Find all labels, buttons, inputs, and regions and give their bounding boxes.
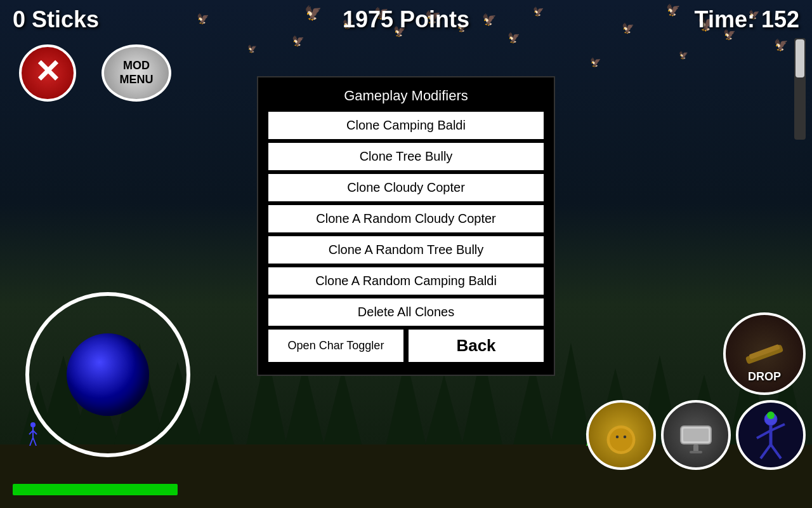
close-icon: ✕	[34, 56, 61, 88]
delete-all-clones-button[interactable]: Delete All Clones	[268, 298, 544, 326]
drop-label: DROP	[748, 370, 781, 384]
modal-title: Gameplay Modifiers	[268, 88, 544, 104]
svg-line-35	[771, 444, 781, 458]
mod-menu-button[interactable]: MODMENU	[102, 44, 171, 102]
svg-rect-29	[690, 451, 702, 453]
health-bar	[13, 484, 178, 495]
drop-item-icon	[739, 331, 790, 376]
gameplay-modifiers-modal: Gameplay Modifiers Clone Camping Baldi C…	[257, 76, 555, 376]
right-ui-area: DROP	[586, 312, 806, 470]
clone-cloudy-copter-button[interactable]: Clone Cloudy Copter	[268, 174, 544, 201]
hud-time: Time: 152	[695, 6, 799, 33]
clone-tree-bully-button[interactable]: Clone Tree Bully	[268, 143, 544, 170]
person-icon	[745, 406, 796, 464]
scrollbar[interactable]	[794, 38, 806, 140]
clone-random-camping-baldi-button[interactable]: Clone A Random Camping Baldi	[268, 267, 544, 295]
right-bottom-row	[586, 400, 806, 470]
svg-point-36	[767, 411, 775, 419]
joystick-area[interactable]	[25, 292, 190, 457]
clone-random-tree-bully-button[interactable]: Clone A Random Tree Bully	[268, 236, 544, 264]
hud-points: 1975 Points	[343, 6, 469, 33]
open-char-toggler-button[interactable]: Open Char Toggler	[268, 330, 403, 362]
svg-point-23	[616, 436, 619, 439]
clone-camping-baldi-button[interactable]: Clone Camping Baldi	[268, 112, 544, 139]
close-button[interactable]: ✕	[19, 44, 76, 102]
mirror-button[interactable]	[661, 400, 731, 470]
points-text: 1975 Points	[343, 6, 469, 33]
drop-button[interactable]: DROP	[723, 312, 806, 395]
svg-point-24	[624, 436, 627, 439]
character-left	[27, 422, 39, 447]
svg-point-37	[30, 422, 36, 427]
mod-menu-label: MODMENU	[120, 59, 154, 86]
svg-line-34	[761, 444, 771, 458]
scrollbar-thumb[interactable]	[796, 39, 804, 77]
hud-sticks: 0 Sticks	[13, 6, 99, 33]
back-button[interactable]: Back	[409, 330, 544, 362]
mirror-icon	[671, 410, 721, 460]
clone-random-cloudy-copter-button[interactable]: Clone A Random Cloudy Copter	[268, 205, 544, 232]
svg-line-42	[33, 438, 36, 446]
modal-bottom-row: Open Char Toggler Back	[268, 330, 544, 362]
svg-point-22	[610, 429, 632, 451]
svg-line-32	[757, 431, 771, 438]
person-character-button[interactable]	[736, 400, 806, 470]
svg-rect-27	[683, 429, 709, 441]
svg-line-41	[30, 438, 33, 446]
gold-character-button[interactable]	[586, 400, 656, 470]
joystick-ball	[67, 333, 149, 416]
character-icon	[596, 416, 646, 454]
